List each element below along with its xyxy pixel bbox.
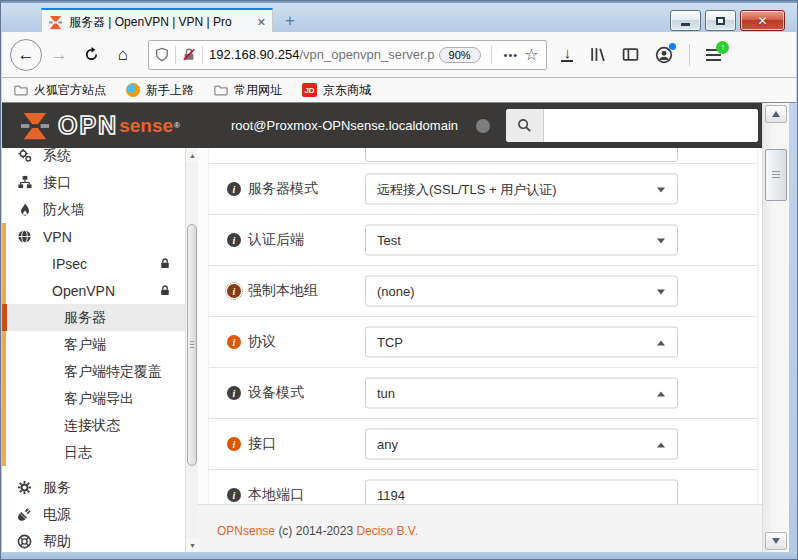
field-label: 本地端口 [248,486,304,504]
forward-button[interactable]: → [44,40,74,70]
update-available-badge: ↑ [716,41,729,54]
bookmark-label: 常用网址 [234,82,282,99]
account-button[interactable] [655,46,673,64]
sidebar-item-servers[interactable]: 服务器 [2,304,185,331]
downloads-button[interactable]: ↓ [561,47,573,62]
sidebar-item-ipsec[interactable]: IPsec [2,250,185,277]
title-bar: 服务器 | OpenVPN | VPN | Pro ✕ + ✕ [1,1,797,32]
toolbar-icons: ↓ [561,44,721,66]
new-tab-button[interactable]: + [285,11,295,31]
sidebar-label: 服务器 [64,309,106,327]
sidebar-item-client-overrides[interactable]: 客户端特定覆盖 [2,358,185,385]
close-button[interactable]: ✕ [740,10,785,31]
info-icon-warning[interactable]: i [227,437,241,451]
search-input[interactable] [544,109,758,142]
sidebar-item-system[interactable]: 系统 [2,148,185,169]
auth-backend-select[interactable]: Test [365,225,678,256]
download-icon-bar [561,60,573,62]
sidebar-item-openvpn[interactable]: OpenVPN [2,277,185,304]
home-button[interactable]: ⌂ [108,40,138,70]
search-icon [517,118,532,133]
sidebars-icon[interactable] [622,46,639,63]
sidebar-label: 日志 [64,444,92,462]
sidebar-label: 连接状态 [64,417,120,435]
browser-scrollbar[interactable] [762,103,789,552]
page-footer: OPNsense (c) 2014-2023 Deciso B.V. [198,504,762,552]
form-row-clipped [209,148,757,163]
status-dot [476,119,490,133]
firefox-icon [126,83,140,97]
selected-value: Test [377,233,401,248]
bookmark-jd-mall[interactable]: JD 京东商城 [302,82,371,99]
navigation-toolbar: ← → ⌂ 192.168.90.254/vpn_openvpn_server.… [2,32,796,78]
plug-icon [16,507,33,522]
browser-tab[interactable]: 服务器 | OpenVPN | VPN | Pro ✕ [41,8,273,34]
device-mode-select[interactable]: tun [365,378,678,409]
search-button[interactable] [506,109,544,142]
sidebar-item-vpn[interactable]: VPN [2,223,185,250]
urlbar-divider [491,46,492,64]
server-mode-select[interactable]: 远程接入(SSL/TLS + 用户认证) [365,174,678,205]
info-icon-focused[interactable]: i [227,284,241,298]
app-header: OPNsense® root@Proxmox-OPNsense.localdom… [2,103,764,148]
folder-icon [14,84,28,96]
folder-icon [214,84,228,96]
maximize-button[interactable] [705,10,736,31]
opnsense-link[interactable]: OPNsense [217,524,275,538]
sitemap-icon [16,175,33,190]
field-label: 强制本地组 [248,282,318,300]
scrollbar-down-button[interactable] [765,532,787,550]
bookmark-star-icon[interactable]: ☆ [524,45,538,64]
bookmark-folder-firefox-official[interactable]: 火狐官方站点 [14,82,106,99]
sidebar-item-firewall[interactable]: 防火墙 [2,196,185,223]
sidebar-item-connection-status[interactable]: 连接状态 [2,412,185,439]
interface-select[interactable]: any [365,429,678,460]
info-icon[interactable]: i [227,488,241,502]
info-icon-warning[interactable]: i [227,335,241,349]
sidebar-label: VPN [43,229,72,245]
sidebar-scrollbar[interactable]: ▲ ▼ [185,148,198,552]
protocol-select[interactable]: TCP [365,327,678,358]
sidebar-item-help[interactable]: 帮助 [2,528,185,552]
reload-button[interactable] [76,40,106,70]
info-icon[interactable]: i [227,233,241,247]
sidebar-item-power[interactable]: 电源 [2,501,185,528]
sidebar-item-interfaces[interactable]: 接口 [2,169,185,196]
library-icon[interactable] [589,46,606,63]
sidebar-label: OpenVPN [52,283,115,299]
zoom-level-badge[interactable]: 90% [439,47,481,63]
bookmark-getting-started[interactable]: 新手上路 [126,82,194,99]
globe-icon [16,229,33,244]
bookmark-label: 京东商城 [323,82,371,99]
gear-icon [16,480,33,495]
back-button[interactable]: ← [10,39,42,71]
life-ring-icon [16,534,33,549]
sidebar-item-log[interactable]: 日志 [2,439,185,466]
form-row-auth-backend: i 认证后端 Test [209,214,757,265]
sidebar-item-client-export[interactable]: 客户端导出 [2,385,185,412]
bookmark-folder-common-sites[interactable]: 常用网址 [214,82,282,99]
selected-value: (none) [377,284,415,299]
info-icon[interactable]: i [227,386,241,400]
field-label: 服务器模式 [248,180,318,198]
reload-icon [84,47,99,62]
url-bar[interactable]: 192.168.90.254/vpn_openvpn_server.p 90% … [148,40,547,70]
selected-value: any [377,437,398,452]
url-text[interactable]: 192.168.90.254/vpn_openvpn_server.p [209,47,435,62]
local-group-select[interactable]: (none) [365,276,678,307]
scrollbar-up-button[interactable] [765,105,787,123]
menu-button[interactable]: ↑ [706,49,721,61]
browser-window: 服务器 | OpenVPN | VPN | Pro ✕ + ✕ ← → ⌂ [0,0,798,560]
tab-close-icon[interactable]: ✕ [257,16,266,29]
page-actions-icon[interactable]: ••• [504,49,519,61]
deciso-link[interactable]: Deciso B.V. [356,524,418,538]
minimize-button[interactable] [670,10,701,31]
opnsense-logo[interactable]: OPNsense® [20,111,180,141]
sidebar-scrollbar-thumb[interactable] [187,224,197,466]
clipped-field[interactable] [365,148,678,162]
info-icon[interactable]: i [227,182,241,196]
sidebar-label: 系统 [43,148,71,165]
sidebar-item-services[interactable]: 服务 [2,474,185,501]
sidebar-item-clients[interactable]: 客户端 [2,331,185,358]
browser-scrollbar-thumb[interactable] [765,149,787,201]
